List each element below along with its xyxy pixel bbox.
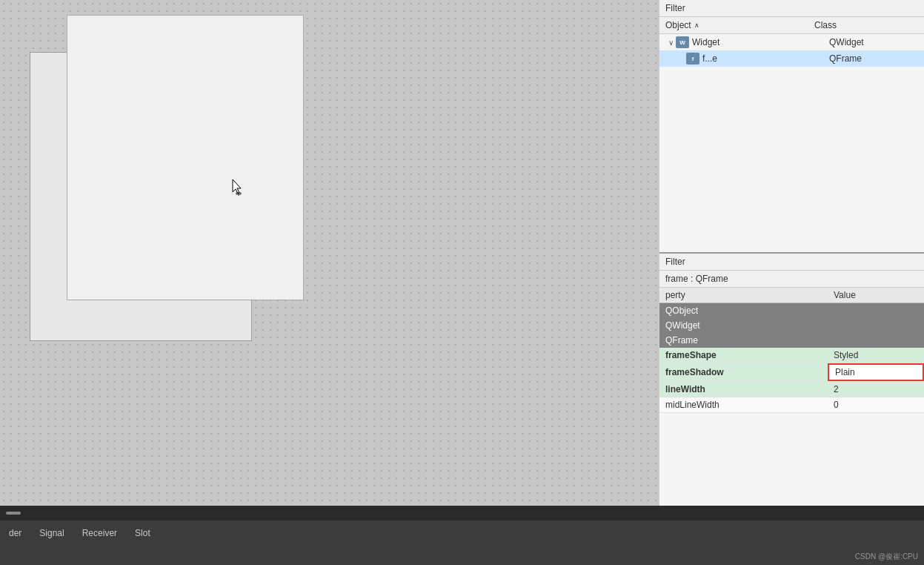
prop-row-frameshape[interactable]: frameShape Styled <box>659 348 924 363</box>
canvas-area[interactable] <box>0 0 659 506</box>
prop-table-header: perty Value <box>659 288 924 303</box>
midlinewidth-value: 0 <box>828 397 924 412</box>
frameshape-name: frameShape <box>659 348 828 363</box>
frame-icon: f <box>686 53 699 65</box>
expand-icon-frame <box>665 55 676 63</box>
tree-row-frame[interactable]: f f...e QFrame <box>659 50 924 67</box>
section-qwidget: QWidget <box>659 318 924 333</box>
bottom-bar-tabs: der Signal Receiver Slot <box>0 521 924 540</box>
svg-rect-0 <box>236 193 241 194</box>
property-panel: Filter frame : QFrame perty Value QObjec… <box>659 254 924 506</box>
object-inspector: Filter Object ∧ Class ∨ W Widget QWidget <box>659 0 924 254</box>
prop-filter-label: Filter <box>659 254 924 271</box>
frameshadow-value: Plain <box>828 363 924 381</box>
cursor-icon <box>230 179 245 196</box>
prop-row-linewidth[interactable]: lineWidth 2 <box>659 382 924 397</box>
expand-icon-widget: ∨ <box>665 39 676 47</box>
tab-receiver[interactable]: Receiver <box>79 526 120 540</box>
frame-class: QFrame <box>829 53 918 64</box>
frame-container <box>67 15 304 300</box>
tab-der[interactable]: der <box>6 526 24 540</box>
widget-icon: W <box>676 36 689 48</box>
bottom-bar-indicator <box>6 512 21 515</box>
prop-column-header: perty <box>659 288 828 303</box>
prop-object-label: frame : QFrame <box>659 271 924 288</box>
midlinewidth-name: midLineWidth <box>659 397 828 412</box>
section-qframe: QFrame <box>659 333 924 348</box>
linewidth-name: lineWidth <box>659 382 828 397</box>
section-qobject: QObject <box>659 303 924 318</box>
tab-slot[interactable]: Slot <box>132 526 153 540</box>
frameshadow-name: frameShadow <box>659 365 828 380</box>
top-filter-label: Filter <box>659 0 924 17</box>
class-column-header: Class <box>814 20 918 30</box>
widget-name: Widget <box>692 37 829 47</box>
prop-row-midlinewidth[interactable]: midLineWidth 0 <box>659 397 924 413</box>
bottom-bar: der Signal Receiver Slot <box>0 506 924 565</box>
tree-header: Object ∧ Class <box>659 17 924 34</box>
frame-name: f...e <box>702 53 829 64</box>
tree-row-widget[interactable]: ∨ W Widget QWidget <box>659 34 924 50</box>
widget-class: QWidget <box>829 37 918 47</box>
bottom-bar-top <box>0 506 924 521</box>
right-panel: Filter Object ∧ Class ∨ W Widget QWidget <box>659 0 924 506</box>
value-column-header: Value <box>828 288 924 303</box>
watermark: CSDN @俊崔:CPU <box>855 552 918 562</box>
tab-signal[interactable]: Signal <box>36 526 67 540</box>
prop-row-frameshadow[interactable]: frameShadow Plain <box>659 363 924 382</box>
linewidth-value: 2 <box>828 382 924 397</box>
object-column-header: Object ∧ <box>665 20 814 30</box>
frameshape-value: Styled <box>828 348 924 363</box>
